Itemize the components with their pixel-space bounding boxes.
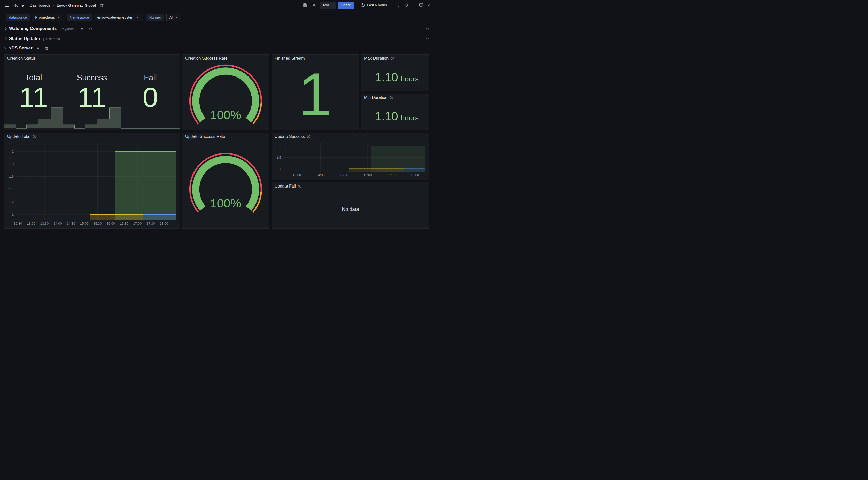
row-drag-handle[interactable]	[426, 37, 429, 40]
panel-min-duration: Min Duration 1.10 hours	[361, 93, 429, 130]
panel-header-update-success-rate[interactable]: Update Success Rate	[182, 133, 269, 141]
variable-runner-select[interactable]: All	[166, 14, 181, 21]
stat-fail: Fail 0	[121, 62, 180, 130]
svg-text:100%: 100%	[210, 197, 241, 210]
panel-title: Creation Status	[7, 56, 36, 61]
chevron-down-icon	[57, 16, 59, 18]
breadcrumb-separator-icon: ›	[26, 3, 27, 7]
panel-finished-stream: Finished Stream 1	[272, 54, 359, 130]
tv-mode-icon[interactable]	[417, 2, 425, 9]
refresh-interval-chevron-icon[interactable]	[412, 2, 416, 9]
svg-text:1.8: 1.8	[9, 162, 14, 166]
panel-header-update-success[interactable]: Update Success	[272, 133, 429, 141]
variable-datasource-select[interactable]: Prometheus	[32, 14, 62, 21]
panel-title: Finished Stream	[275, 56, 305, 61]
row-toggle-status-updater[interactable]: Status Updater	[4, 36, 40, 41]
time-range-picker[interactable]: Last 6 hours	[360, 2, 392, 9]
no-data-message: No data	[272, 190, 429, 229]
variable-label: datasource	[6, 14, 30, 21]
chevron-down-icon	[137, 16, 139, 18]
svg-text:100%: 100%	[210, 108, 241, 122]
svg-text:13:30: 13:30	[40, 222, 49, 226]
panel-header-update-total[interactable]: Update Total	[4, 133, 180, 141]
panel-title: Max Duration	[364, 56, 389, 61]
panel-header-creation-success-rate[interactable]: Creation Success Rate	[182, 55, 269, 62]
panel-header-creation-status[interactable]: Creation Status	[4, 55, 180, 62]
time-range-label: Last 6 hours	[367, 3, 387, 7]
panel-title: Creation Success Rate	[185, 56, 227, 61]
panel-title: Update Fail	[275, 184, 296, 188]
zoom-out-icon[interactable]	[394, 2, 401, 9]
stat-value: 1.10 hours	[375, 70, 419, 84]
variable-label: Namespace	[67, 14, 92, 21]
row-watching-components: Watching Components (25 panels)	[4, 25, 430, 33]
row-status-updater: Status Updater (10 panels)	[4, 35, 430, 42]
save-dashboard-icon[interactable]	[302, 2, 309, 9]
timeseries-update-success[interactable]: 13:0014:0015:0016:0017:0018:0021.51	[274, 141, 427, 178]
svg-text:16:30: 16:30	[120, 222, 128, 226]
share-button[interactable]: Share	[338, 2, 354, 9]
chevron-right-icon	[4, 27, 6, 30]
stat-label: Total	[4, 73, 63, 82]
stat-value: 11	[4, 84, 63, 111]
panel-creation-status: Creation Status Total 11 Success 11 Fail…	[4, 54, 180, 130]
info-icon[interactable]	[307, 135, 311, 139]
svg-text:17:00: 17:00	[387, 173, 396, 177]
panel-header-min-duration[interactable]: Min Duration	[361, 94, 429, 101]
panel-header-max-duration[interactable]: Max Duration	[361, 55, 429, 62]
timeseries-update-total[interactable]: 12:3013:0013:3014:0014:3015:0015:3016:00…	[6, 141, 178, 227]
stat-value: 0	[121, 84, 180, 111]
info-icon[interactable]	[391, 57, 394, 60]
row-settings-gear-icon[interactable]	[79, 26, 85, 32]
add-button[interactable]: Add	[319, 2, 336, 9]
clock-icon	[361, 3, 365, 7]
row-delete-trash-icon[interactable]	[88, 26, 94, 32]
panel-title: Update Total	[7, 134, 30, 139]
svg-text:13:00: 13:00	[27, 222, 35, 226]
svg-text:17:00: 17:00	[133, 222, 142, 226]
svg-text:2: 2	[279, 144, 281, 148]
breadcrumb-dashboards[interactable]: Dashboards	[30, 3, 51, 7]
info-icon[interactable]	[298, 184, 302, 188]
row-toggle-watching-components[interactable]: Watching Components	[4, 26, 57, 31]
row-toggle-xds-server[interactable]: xDS Server	[4, 46, 33, 51]
chevron-right-icon	[4, 37, 6, 40]
variable-runner: Runner All	[147, 14, 181, 21]
panel-title: Update Success Rate	[185, 134, 225, 139]
row-delete-trash-icon[interactable]	[44, 45, 50, 51]
divider	[357, 3, 357, 7]
variable-label: Runner	[147, 14, 164, 21]
info-icon[interactable]	[33, 135, 36, 139]
svg-text:15:30: 15:30	[93, 222, 102, 226]
svg-text:1: 1	[279, 167, 281, 171]
panel-update-total: Update Total 12:3013:0013:3014:0014:3015…	[4, 132, 180, 229]
svg-text:1.5: 1.5	[276, 155, 281, 159]
svg-text:2: 2	[12, 150, 14, 153]
menu-icon[interactable]	[4, 2, 11, 9]
svg-text:18:00: 18:00	[160, 222, 168, 226]
row-drag-handle[interactable]	[426, 27, 429, 30]
chevron-down-icon	[389, 4, 391, 6]
row-settings-gear-icon[interactable]	[35, 45, 41, 51]
row-panel-count: (25 panels)	[59, 27, 76, 31]
svg-text:17:30: 17:30	[147, 222, 155, 226]
favorite-star-icon[interactable]	[98, 2, 105, 9]
stat-total: Total 11	[4, 62, 63, 130]
variable-namespace: Namespace envoy-gateway-system	[67, 14, 142, 21]
variable-namespace-select[interactable]: envoy-gateway-system	[94, 14, 142, 21]
panel-header-update-fail[interactable]: Update Fail	[272, 182, 429, 190]
dashboard-settings-gear-icon[interactable]	[311, 2, 318, 9]
svg-text:18:00: 18:00	[411, 173, 419, 177]
breadcrumb-home[interactable]: Home	[13, 3, 24, 7]
row-panel-count: (10 panels)	[43, 37, 60, 41]
stat-success: Success 11	[63, 62, 121, 130]
panel-update-success-rate: Update Success Rate 100%	[182, 132, 269, 229]
breadcrumb: Home › Dashboards › Envoy Gateway Global	[13, 2, 105, 9]
svg-text:14:00: 14:00	[316, 173, 325, 177]
variable-datasource: datasource Prometheus	[6, 14, 62, 21]
svg-text:13:00: 13:00	[293, 173, 301, 177]
gauge-creation-success-rate: 100%	[184, 62, 267, 127]
collapse-topbar-chevron-icon[interactable]	[427, 2, 430, 9]
info-icon[interactable]	[390, 96, 393, 99]
refresh-icon[interactable]	[403, 2, 410, 9]
